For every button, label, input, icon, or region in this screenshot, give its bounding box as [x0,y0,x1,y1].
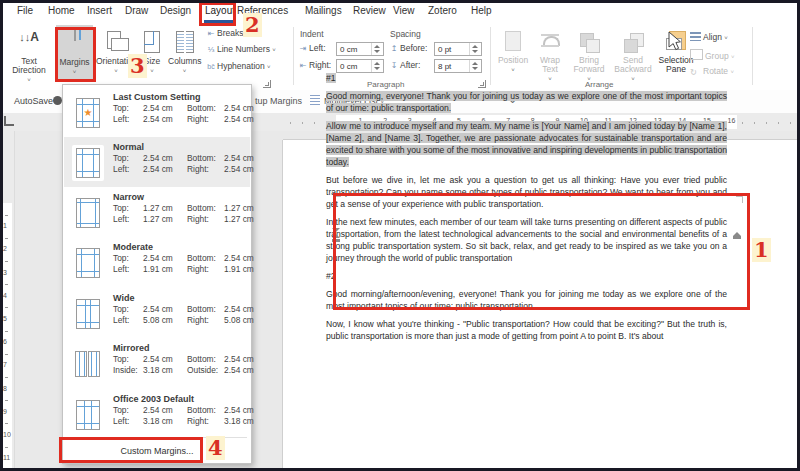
breaks-button[interactable]: ⇤Breaks [205,28,243,42]
tab-view[interactable]: View [393,5,415,16]
text-direction-button[interactable]: ↓↓A Text Direction˅ [5,25,53,81]
align-button[interactable]: Align ˅ [690,32,728,42]
paragraph[interactable]: #2 [326,270,727,282]
autosave-label: AutoSave [14,96,53,106]
line-numbers-button[interactable]: ⅓Line Numbers ˅ [205,44,276,58]
margin-preset-normal[interactable]: Normal Top:2.54 cmBottom:2.54 cm Left:2.… [64,137,250,187]
spacing-after-icon: ↧ [388,61,400,70]
spacing-before-label: ↥Before: [388,43,427,57]
paragraph[interactable]: Allow me to introduce myself and my team… [326,120,727,168]
spacing-after-input[interactable]: 8 pt [434,59,482,73]
spacing-title: Spacing [390,29,421,39]
orientation-icon [105,30,127,54]
group-button[interactable]: Group ˅ [690,49,735,61]
star-icon: ★ [77,107,99,119]
mouse-cursor [668,32,682,52]
right-indent-marker[interactable] [733,232,741,239]
mirrored-margins-icon [74,349,102,379]
tab-design[interactable]: Design [160,5,191,16]
margin-preset-mirrored[interactable]: Mirrored Top:2.54 cmBottom:2.54 cm Insid… [64,338,250,388]
text-boundary-mark [334,196,341,203]
margin-preset-wide[interactable]: Wide Top:2.54 cmBottom:2.54 cm Left:5.08… [64,288,250,338]
line-numbers-icon: ⅓ [205,45,217,54]
indent-right-icon: ⇤ [297,61,309,70]
size-button[interactable]: Size˅ [138,25,166,81]
normal-margins-icon [76,148,100,178]
bring-forward-icon [578,31,600,53]
hyphenation-icon: bc̄ [205,63,217,70]
paragraph[interactable]: Now, I know what you're thinking - "Publ… [326,318,727,342]
menu-separator [67,437,247,438]
indent-left-label: ⇥Left: [297,43,326,57]
orientation-button[interactable]: Orientation˅ [96,25,136,81]
indent-right-input[interactable]: 0 cm [336,59,384,73]
margins-dropdown: ★ Last Custom Setting Top:2.54 cmBottom:… [62,84,252,464]
narrow-margins-icon [76,198,100,228]
paragraph[interactable]: #1 [326,72,727,84]
spacing-before-input[interactable]: 0 pt [434,42,482,56]
page-setup-dialog-launcher[interactable] [263,80,271,88]
wide-margins-icon [76,299,100,329]
chevron-down-icon: ˅ [138,67,166,76]
position-icon [502,31,524,53]
text-boundary-mark [736,196,743,203]
v-ruler: 1234567891011 [0,131,15,471]
margins-icon [74,30,76,40]
tab-home[interactable]: Home [48,5,75,16]
margins-button[interactable]: Margins˅ [56,25,93,79]
chevron-down-icon: ˅ [5,76,53,85]
custom-margins-item[interactable]: Custom Margins... [64,440,250,463]
indent-title: Indent [300,29,324,39]
active-tab-underline [204,20,234,23]
paragraph[interactable]: Good morning/afternoon/evening, everyone… [326,288,727,312]
tab-draw[interactable]: Draw [125,5,148,16]
breaks-icon: ⇤ [205,29,217,38]
columns-button[interactable]: Columns˅ [168,25,201,81]
multilevel-list-icon [310,95,320,105]
group-objects-icon [690,49,703,60]
menu-bar: File Home Insert Draw Design Layout Refe… [0,0,800,24]
page-setup-margins-clipped-text: tup Margins [255,96,302,106]
indent-left-icon: ⇥ [297,44,309,53]
wrap-text-icon [539,31,561,53]
tab-references[interactable]: References [237,5,288,16]
chevron-down-icon: ˅ [56,68,93,77]
tab-review[interactable]: Review [353,5,386,16]
spacing-before-icon: ↥ [388,44,400,53]
group-separator [293,27,294,85]
office-2003-margins-icon [76,400,100,430]
size-icon [143,30,161,54]
text-direction-icon: ↓↓A [19,30,39,44]
chevron-down-icon: ˅ [96,67,136,76]
align-icon [690,32,701,41]
first-line-indent-marker[interactable] [332,228,340,242]
moderate-margins-icon [76,248,100,278]
tab-help[interactable]: Help [471,5,492,16]
group-separator [752,27,753,85]
paragraph[interactable]: But before we dive in, let me ask you a … [326,174,727,210]
tab-selector[interactable] [4,116,14,126]
margin-preset-moderate[interactable]: Moderate Top:2.54 cmBottom:2.54 cm Left:… [64,237,250,287]
paragraph[interactable]: In the next few minutes, each member of … [326,216,727,264]
margin-preset-office-2003[interactable]: Office 2003 Default Top:2.54 cmBottom:2.… [64,389,250,439]
margin-preset-last-custom[interactable]: ★ Last Custom Setting Top:2.54 cmBottom:… [64,87,250,137]
hyphenation-button[interactable]: bc̄Hyphenation ˅ [205,61,271,75]
document-text[interactable]: #1 Good morning, everyone! Thank you for… [326,72,727,348]
margin-preset-narrow[interactable]: Narrow Top:1.27 cmBottom:1.27 cm Left:1.… [64,187,250,237]
tab-file[interactable]: File [17,5,33,16]
tab-mailings[interactable]: Mailings [305,5,342,16]
tab-insert[interactable]: Insert [87,5,112,16]
tab-zotero[interactable]: Zotero [428,5,457,16]
chevron-down-icon: ˅ [168,67,201,76]
tab-layout[interactable]: Layout [205,5,235,16]
columns-icon [175,30,195,54]
last-custom-setting-icon: ★ [76,98,100,128]
word-window: File Home Insert Draw Design Layout Refe… [0,0,800,471]
send-backward-icon [622,31,644,53]
paragraph[interactable]: Good morning, everyone! Thank you for jo… [326,90,727,114]
autosave-toggle[interactable] [53,96,62,105]
indent-left-input[interactable]: 0 cm [336,42,384,56]
